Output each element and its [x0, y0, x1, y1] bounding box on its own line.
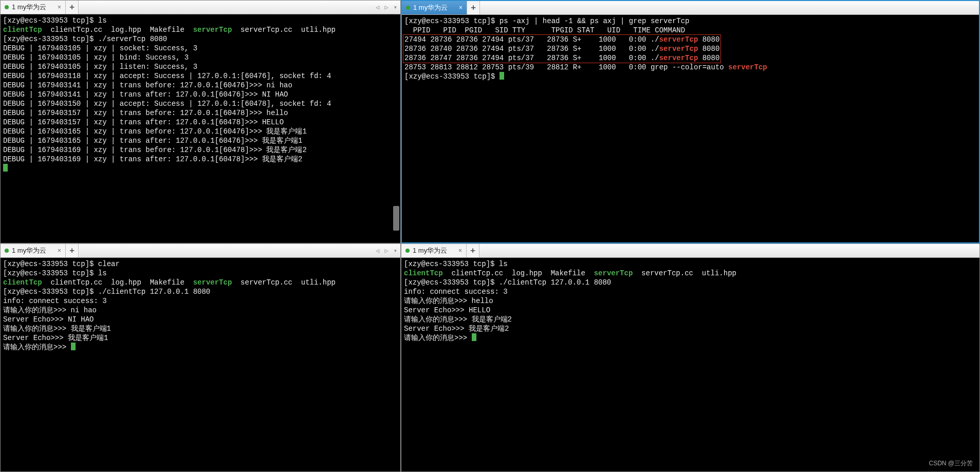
file-exec: serverTcp [193, 26, 232, 34]
tab-prev-icon[interactable]: ◁ [376, 4, 379, 11]
tab-nav: ◁ ▷ ▾ [373, 1, 400, 14]
prompt-line: [xzy@ecs-333953 tcp]$ ps -axj | head -1 … [404, 17, 690, 25]
terminal-tl[interactable]: [xzy@ecs-333953 tcp]$ ls clientTcp clien… [1, 14, 400, 243]
pane-bottom-right: 1 my华为云 × + [xzy@ecs-333953 tcp]$ ls cli… [401, 243, 980, 472]
ps-row: 8080 [698, 35, 719, 44]
pane-top-right: 1 my华为云 × + [xzy@ecs-333953 tcp]$ ps -ax… [401, 0, 980, 243]
output-line: info: connect success: 3 [404, 288, 508, 296]
highlight-box: 27494 28736 28736 27494 pts/37 28736 S+ … [403, 34, 721, 63]
prompt-line: [xzy@ecs-333953 tcp]$ [404, 72, 500, 81]
close-tab-icon[interactable]: × [58, 4, 61, 11]
match-text: serverTcp [659, 35, 698, 44]
output-line: Server Echo>>> NI HAO [3, 315, 94, 324]
cursor-icon [500, 72, 504, 80]
tab-nav: ◁ ▷ ▾ [373, 244, 400, 257]
close-tab-icon[interactable]: × [58, 247, 61, 254]
tab-label: 1 my华为云 [413, 246, 447, 255]
output-line: DEBUG | 1679403105 | xzy | socket: Succe… [3, 44, 197, 52]
ps-row: 8080 [698, 45, 719, 53]
ps-row: 28753 28813 28812 28753 pts/39 28812 R+ … [404, 63, 728, 71]
tab-br[interactable]: 1 my华为云 × [401, 244, 467, 257]
output-line: DEBUG | 1679403157 | xzy | trans after: … [3, 118, 284, 126]
tab-next-icon[interactable]: ▷ [385, 247, 389, 255]
tabbar-tl: 1 my华为云 × + ◁ ▷ ▾ [1, 1, 400, 14]
terminal-br[interactable]: [xzy@ecs-333953 tcp]$ ls clientTcp clien… [401, 258, 979, 471]
tab-tl[interactable]: 1 my华为云 × [1, 1, 66, 14]
output-line: DEBUG | 1679403169 | xzy | trans before:… [3, 146, 307, 154]
pane-top-left: 1 my华为云 × + ◁ ▷ ▾ [xzy@ecs-333953 tcp]$ … [0, 0, 401, 243]
ps-row: 28736 28740 28736 27494 pts/37 28736 S+ … [404, 45, 659, 53]
cursor-icon [71, 343, 76, 350]
tab-menu-icon[interactable]: ▾ [394, 4, 397, 11]
output-line: DEBUG | 1679403165 | xzy | trans after: … [3, 137, 302, 145]
new-tab-button[interactable]: + [467, 244, 479, 257]
match-text: serverTcp [659, 54, 698, 62]
close-tab-icon[interactable]: × [458, 247, 462, 254]
output-line: Server Echo>>> 我是客户端1 [3, 334, 108, 342]
status-dot-icon [405, 249, 410, 253]
window-grid: 1 my华为云 × + ◁ ▷ ▾ [xzy@ecs-333953 tcp]$ … [0, 0, 980, 472]
output-line: 请输入你的消息>>> [404, 334, 472, 342]
new-tab-button[interactable]: + [467, 1, 480, 14]
prompt-line: [xzy@ecs-333953 tcp]$ ./clientTcp 127.0.… [404, 278, 611, 287]
tab-menu-icon[interactable]: ▾ [394, 247, 397, 255]
prompt-line: [xzy@ecs-333953 tcp]$ ls [3, 269, 107, 277]
cursor-icon [472, 333, 476, 341]
match-text: serverTcp [728, 63, 767, 71]
output-line: DEBUG | 1679403141 | xzy | trans before:… [3, 81, 292, 89]
file-exec: clientTcp [3, 26, 42, 34]
tab-prev-icon[interactable]: ◁ [376, 247, 379, 255]
status-dot-icon [5, 249, 9, 253]
file-list: clientTcp.cc log.hpp Makefile [42, 26, 193, 34]
ps-row: 27494 28736 28736 27494 pts/37 28736 S+ … [404, 35, 659, 44]
status-dot-icon [5, 5, 9, 9]
tab-next-icon[interactable]: ▷ [385, 4, 389, 11]
file-exec: serverTcp [193, 278, 232, 287]
file-exec: clientTcp [404, 269, 443, 277]
tabbar-bl: 1 my华为云 × + ◁ ▷ ▾ [1, 244, 400, 258]
file-list: serverTcp.cc utli.hpp [232, 278, 336, 287]
prompt-line: [xzy@ecs-333953 tcp]$ ls [404, 260, 508, 268]
output-line: DEBUG | 1679403157 | xzy | trans before:… [3, 109, 288, 117]
tab-bl[interactable]: 1 my华为云 × [1, 244, 66, 257]
prompt-line: [xzy@ecs-333953 tcp]$ ./serverTcp 8080 [3, 35, 167, 43]
scrollbar-thumb[interactable] [393, 206, 399, 231]
new-tab-button[interactable]: + [66, 1, 79, 14]
output-line: 请输入你的消息>>> ni hao [3, 306, 97, 314]
status-dot-icon [406, 6, 410, 10]
ps-row: 28736 28747 28736 27494 pts/37 28736 S+ … [404, 54, 659, 62]
close-tab-icon[interactable]: × [459, 4, 463, 11]
ps-row: 8080 [698, 54, 719, 62]
cursor-icon [3, 164, 8, 172]
file-exec: clientTcp [3, 278, 42, 287]
file-list: serverTcp.cc utli.hpp [232, 26, 336, 34]
output-line: 请输入你的消息>>> 我是客户端1 [3, 325, 111, 333]
file-list: clientTcp.cc log.hpp Makefile [42, 278, 193, 287]
output-line: DEBUG | 1679403141 | xzy | trans after: … [3, 90, 288, 99]
terminal-bl[interactable]: [xzy@ecs-333953 tcp]$ clear [xzy@ecs-333… [1, 258, 400, 471]
output-line: 请输入你的消息>>> 我是客户端2 [404, 315, 512, 324]
tab-label: 1 my华为云 [12, 246, 46, 255]
watermark-text: CSDN @三分苦 [929, 459, 973, 468]
terminal-tr[interactable]: [xzy@ecs-333953 tcp]$ ps -axj | head -1 … [402, 15, 979, 242]
prompt-line: [xzy@ecs-333953 tcp]$ clear [3, 260, 120, 268]
prompt-line: [xzy@ecs-333953 tcp]$ ls [3, 16, 107, 25]
output-line: DEBUG | 1679403118 | xzy | accept: Succe… [3, 72, 331, 80]
ps-header: PPID PID PGID SID TTY TPGID STAT UID TIM… [404, 26, 685, 34]
tab-label: 1 my华为云 [413, 3, 448, 12]
pane-bottom-left: 1 my华为云 × + ◁ ▷ ▾ [xzy@ecs-333953 tcp]$ … [0, 243, 401, 472]
output-line: DEBUG | 1679403105 | xzy | listen: Succe… [3, 63, 197, 71]
output-line: DEBUG | 1679403105 | xzy | bind: Success… [3, 53, 189, 62]
tabbar-tr: 1 my华为云 × + [402, 1, 979, 15]
tab-tr[interactable]: 1 my华为云 × [402, 1, 467, 14]
tab-label: 1 my华为云 [12, 3, 46, 12]
match-text: serverTcp [659, 45, 698, 53]
file-exec: serverTcp [594, 269, 633, 277]
output-line: DEBUG | 1679403165 | xzy | trans before:… [3, 127, 307, 136]
new-tab-button[interactable]: + [66, 244, 79, 257]
output-line: DEBUG | 1679403169 | xzy | trans after: … [3, 155, 302, 163]
output-line: Server Echo>>> 我是客户端2 [404, 325, 509, 333]
output-line: 请输入你的消息>>> hello [404, 297, 493, 305]
file-list: clientTcp.cc log.hpp Makefile [443, 269, 594, 277]
output-line: Server Echo>>> HELLO [404, 306, 490, 314]
